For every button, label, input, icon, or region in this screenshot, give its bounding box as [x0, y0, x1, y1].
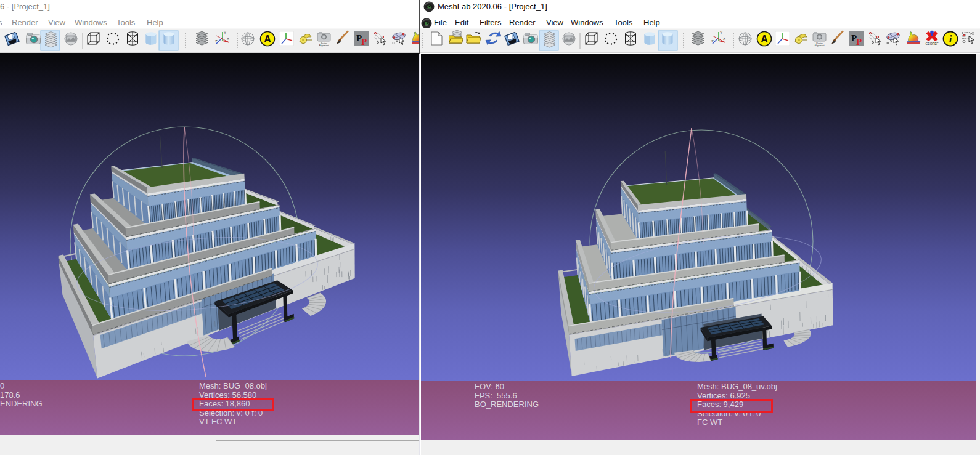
- svg-text:A: A: [761, 34, 768, 44]
- svg-text:X: X: [723, 37, 725, 41]
- svg-text:P: P: [361, 37, 367, 47]
- svg-text:Alignment: Alignment: [815, 44, 825, 47]
- svg-text:Z: Z: [711, 39, 714, 43]
- svg-text:P: P: [856, 37, 862, 47]
- svg-text:GEOREF: GEOREF: [925, 42, 938, 46]
- svg-text:Z: Z: [215, 39, 218, 43]
- svg-text:X: X: [227, 37, 229, 41]
- svg-text:A: A: [264, 34, 271, 44]
- svg-text:i: i: [949, 33, 952, 45]
- svg-text:Y: Y: [720, 31, 722, 34]
- svg-text:Alignment: Alignment: [319, 44, 329, 47]
- svg-text:Y: Y: [224, 31, 226, 34]
